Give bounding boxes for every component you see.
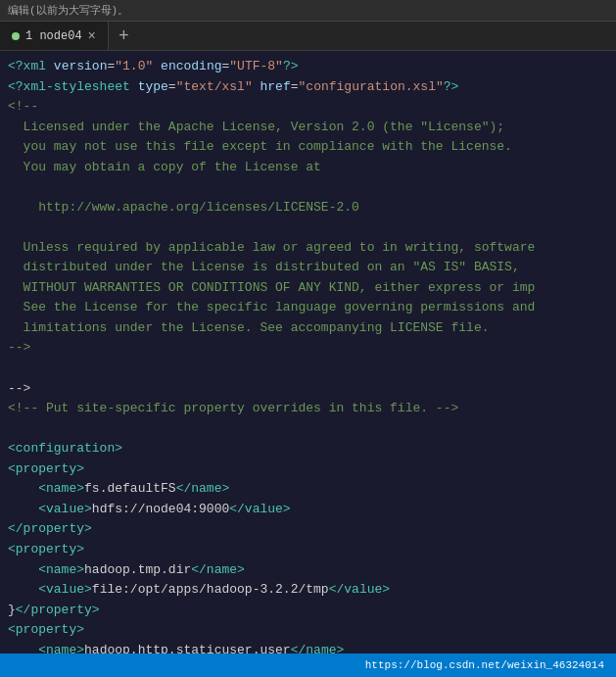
line-18 [8, 419, 608, 440]
line-22: <value>hdfs://node04:9000</value> [8, 500, 608, 520]
tab-label: 1 node04 [25, 29, 82, 43]
line-20: <property> [8, 459, 608, 480]
line-17: <!-- Put site-specific property override… [8, 399, 608, 419]
line-4: Licensed under the Apache License, Versi… [8, 118, 608, 138]
top-bar-text: 编辑(以前为大写字母)。 [8, 3, 128, 18]
line-25: <name>hadoop.tmp.dir</name> [8, 560, 608, 581]
tab-dot [12, 32, 20, 40]
line-29: <name>hadoop.http.staticuser.user</name> [8, 641, 608, 653]
tab-close-icon[interactable]: × [88, 28, 96, 44]
line-7 [8, 177, 608, 198]
line-12: WITHOUT WARRANTIES OR CONDITIONS OF ANY … [8, 278, 608, 299]
tab-add-button[interactable]: + [109, 22, 139, 50]
line-23: </property> [8, 519, 608, 540]
line-24: <property> [8, 540, 608, 560]
line-3: <!-- [8, 97, 608, 118]
line-9 [8, 218, 608, 238]
line-27: }</property> [8, 601, 608, 621]
line-16 [8, 359, 608, 379]
line-1: <?xml version="1.0" encoding="UTF-8"?> [8, 57, 608, 77]
line-19: <configuration> [8, 439, 608, 459]
line-5: you may not use this file except in comp… [8, 137, 608, 158]
line-6: You may obtain a copy of the License at [8, 158, 608, 178]
line-2: <?xml-stylesheet type="text/xsl" href="c… [8, 77, 608, 98]
line-28: <property> [8, 620, 608, 641]
line-21: <name>fs.defaultFS</name> [8, 479, 608, 500]
line-26: <value>file:/opt/apps/hadoop-3.2.2/tmp</… [8, 580, 608, 601]
line-15: --> [8, 338, 608, 359]
top-bar: 编辑(以前为大写字母)。 [0, 0, 616, 22]
editor-area: <?xml version="1.0" encoding="UTF-8"?> <… [0, 51, 616, 653]
tab-bar: 1 node04 × + [0, 22, 616, 51]
line-8: http://www.apache.org/licenses/LICENSE-2… [8, 198, 608, 218]
line-10: Unless required by applicable law or agr… [8, 238, 608, 259]
tab-node04[interactable]: 1 node04 × [0, 22, 109, 50]
line-14: limitations under the License. See accom… [8, 318, 608, 339]
line-11: distributed under the License is distrib… [8, 258, 608, 278]
status-url: https://blog.csdn.net/weixin_46324014 [365, 659, 604, 671]
status-bar: https://blog.csdn.net/weixin_46324014 [0, 653, 616, 677]
line-13: See the License for the specific languag… [8, 298, 608, 318]
